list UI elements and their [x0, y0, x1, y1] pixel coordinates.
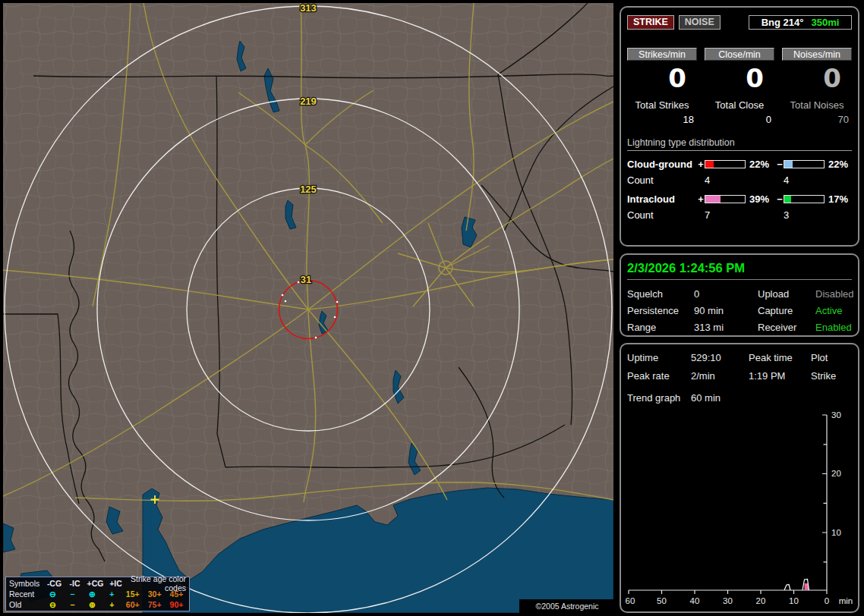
range-label: Range: [627, 322, 694, 333]
legend-col-pos-cg: +CG: [85, 579, 106, 588]
legend-symbols-header: Symbols: [9, 579, 44, 588]
radar-map[interactable]: 313 219 125 31 Symbols -CG -IC +CG +IC S…: [3, 3, 613, 613]
capture-label: Capture: [758, 305, 815, 316]
upload-status: Disabled: [815, 288, 852, 300]
noises-per-min-value: 0: [782, 65, 852, 93]
recent-pos-cg-icon: ⊕: [82, 589, 102, 599]
ic-negative-count: 3: [784, 209, 825, 221]
minus-sign: −: [776, 193, 784, 205]
intracloud-row: Intracloud + 39% − 17%: [627, 193, 852, 205]
total-close-value: 0: [705, 114, 774, 125]
x-tick-50: 50: [657, 596, 667, 605]
intracloud-label: Intracloud: [627, 193, 697, 205]
persistence-label: Persistence: [627, 305, 694, 316]
cg-positive-bar: [705, 160, 746, 168]
legend-row-old-label: Old: [9, 600, 43, 609]
copyright-label: ©2005 Astrogenic Systems: [519, 599, 613, 613]
legend-col-pos-ic: +IC: [106, 579, 126, 588]
ic-positive-bar: [705, 195, 746, 203]
cg-positive-pct: 22%: [746, 159, 776, 170]
symbol-legend: Symbols -CG -IC +CG +IC Strike age color…: [5, 577, 190, 611]
cg-negative-bar: [784, 160, 825, 168]
receiver-label: Receiver: [758, 322, 815, 333]
plus-sign: +: [697, 193, 705, 205]
age-code-15: 15+: [121, 589, 143, 599]
x-tick-20: 20: [756, 596, 766, 605]
strike-toggle-button[interactable]: STRIKE: [627, 15, 674, 30]
close-per-min-value: 0: [705, 65, 774, 93]
cg-positive-count: 4: [705, 174, 746, 186]
age-code-60: 60+: [121, 600, 143, 609]
ring-label-219: 219: [300, 96, 317, 107]
total-strikes-value: 18: [627, 114, 697, 125]
squelch-value: 0: [694, 288, 758, 300]
receiver-status: Enabled: [815, 322, 852, 333]
total-strikes-label: Total Strikes: [627, 99, 697, 111]
persistence-value: 90 min: [694, 305, 758, 316]
cloud-ground-row: Cloud-ground + 22% − 22%: [627, 159, 852, 170]
age-code-45: 45+: [166, 589, 188, 599]
range-value: 313 mi: [694, 322, 758, 333]
total-close-label: Total Close: [705, 99, 774, 111]
y-tick-10: 10: [831, 528, 841, 537]
legend-col-neg-cg: -CG: [44, 579, 65, 588]
cloud-ground-label: Cloud-ground: [627, 159, 697, 170]
old-pos-cg-icon: ⊕: [82, 600, 102, 609]
recent-neg-ic-icon: −: [62, 589, 82, 599]
upload-label: Upload: [758, 288, 815, 300]
ic-negative-bar: [784, 195, 825, 203]
plus-sign: +: [697, 159, 705, 170]
distance-value: 350mi: [811, 17, 839, 28]
x-axis-unit: min: [839, 596, 853, 605]
noises-per-min-button[interactable]: Noises/min: [782, 48, 852, 61]
ring-label-313: 313: [300, 3, 317, 14]
ic-positive-count: 7: [705, 209, 746, 221]
legend-row-recent-label: Recent: [9, 589, 43, 599]
strikes-per-min-value: 0: [627, 65, 697, 93]
x-tick-0: 0: [825, 596, 829, 605]
x-tick-30: 30: [723, 596, 733, 605]
age-code-75: 75+: [143, 600, 166, 609]
close-counter-column: Close/min 0 Total Close 0: [705, 48, 774, 125]
strikes-per-min-button[interactable]: Strikes/min: [627, 48, 697, 61]
status-panel: 2/3/2026 1:24:56 PM Squelch 0 Upload Dis…: [620, 253, 859, 337]
ring-label-125: 125: [300, 184, 317, 195]
count-label: Count: [627, 174, 697, 186]
x-tick-60: 60: [626, 596, 635, 605]
trend-graph: 30 20 10 60 50 40 30 20 10 0 min: [623, 346, 859, 613]
bearing-readout: Bng 214°350mi: [749, 15, 852, 30]
recent-pos-ic-icon: +: [102, 589, 121, 599]
y-tick-30: 30: [831, 410, 841, 420]
count-label: Count: [627, 209, 697, 221]
noises-counter-column: Noises/min 0 Total Noises 70: [782, 48, 852, 125]
x-tick-10: 10: [789, 596, 799, 605]
cloud-ground-count-row: Count 4 4: [627, 174, 852, 186]
distribution-title: Lightning type distribution: [627, 137, 852, 151]
cg-negative-pct: 22%: [825, 159, 852, 170]
ring-label-31: 31: [301, 274, 311, 285]
trend-axes: [629, 415, 827, 594]
status-grid: Squelch 0 Upload Disabled Persistence 90…: [627, 288, 852, 333]
old-neg-ic-icon: −: [62, 600, 82, 609]
old-neg-cg-icon: ⊖: [43, 600, 62, 609]
noise-toggle-button[interactable]: NOISE: [679, 15, 721, 30]
x-tick-40: 40: [690, 596, 700, 605]
ic-negative-pct: 17%: [825, 193, 852, 205]
capture-status: Active: [815, 305, 852, 316]
old-pos-ic-icon: +: [102, 600, 121, 609]
datetime-display: 2/3/2026 1:24:56 PM: [627, 261, 852, 280]
ic-positive-pct: 39%: [746, 193, 776, 205]
bearing-value: Bng 214°: [762, 17, 804, 28]
age-code-90: 90+: [166, 600, 188, 609]
legend-col-neg-ic: -IC: [65, 579, 85, 588]
trend-panel: Uptime 529:10 Peak time Plot Peak rate 2…: [620, 343, 859, 613]
squelch-label: Squelch: [627, 288, 694, 300]
close-per-min-button[interactable]: Close/min: [705, 48, 774, 61]
counters-panel: STRIKE NOISE Bng 214°350mi Strikes/min 0…: [620, 6, 859, 247]
minus-sign: −: [776, 159, 784, 170]
total-noises-label: Total Noises: [782, 99, 852, 111]
recent-neg-cg-icon: ⊖: [43, 589, 62, 599]
y-tick-20: 20: [831, 469, 841, 478]
intracloud-count-row: Count 7 3: [627, 209, 852, 221]
total-noises-value: 70: [782, 114, 852, 125]
